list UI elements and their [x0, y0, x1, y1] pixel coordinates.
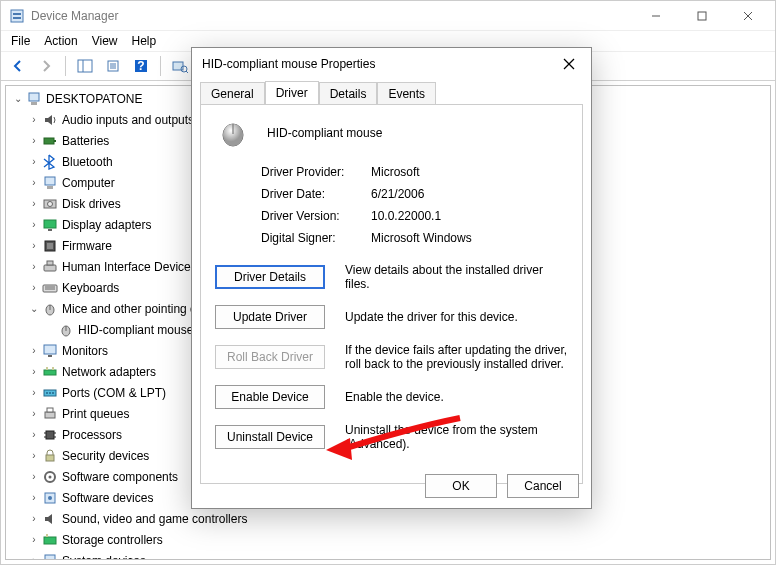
separator-icon: [65, 56, 66, 76]
svg-text:?: ?: [137, 59, 144, 73]
tree-label: Software components: [62, 470, 178, 484]
tab-details[interactable]: Details: [319, 82, 378, 105]
svg-rect-2: [13, 17, 21, 19]
tree-label: Processors: [62, 428, 122, 442]
svg-rect-58: [46, 455, 54, 461]
tab-panel-driver: HID-compliant mouse Driver Provider: Mic…: [200, 104, 583, 484]
tree-label: System devices: [62, 554, 146, 561]
svg-rect-33: [44, 265, 56, 271]
roll-back-driver-desc: If the device fails after updating the d…: [345, 343, 568, 371]
enable-device-button[interactable]: Enable Device: [215, 385, 325, 409]
show-hide-console-tree-button[interactable]: [74, 55, 96, 77]
svg-rect-45: [46, 367, 48, 370]
svg-rect-7: [78, 60, 92, 72]
driver-details-button[interactable]: Driver Details: [215, 265, 325, 289]
menu-action[interactable]: Action: [44, 34, 77, 48]
tree-label: Software devices: [62, 491, 153, 505]
enable-device-desc: Enable the device.: [345, 390, 568, 404]
svg-rect-46: [52, 367, 54, 370]
tab-driver[interactable]: Driver: [265, 81, 319, 105]
tree-label: Network adapters: [62, 365, 156, 379]
tree-item-storage[interactable]: ›Storage controllers: [6, 529, 770, 550]
svg-point-50: [52, 392, 54, 394]
svg-rect-30: [48, 229, 52, 231]
svg-rect-34: [47, 261, 53, 265]
value-signer: Microsoft Windows: [371, 231, 568, 245]
tree-label: Print queues: [62, 407, 129, 421]
svg-rect-22: [31, 102, 37, 105]
update-driver-desc: Update the driver for this device.: [345, 310, 568, 324]
svg-rect-44: [44, 370, 56, 375]
svg-rect-64: [46, 534, 48, 537]
tree-item-system[interactable]: ›System devices: [6, 550, 770, 560]
svg-rect-43: [48, 355, 52, 357]
tree-label: Human Interface Devices: [62, 260, 197, 274]
help-button[interactable]: ?: [130, 55, 152, 77]
roll-back-driver-button: Roll Back Driver: [215, 345, 325, 369]
back-button[interactable]: [7, 55, 29, 77]
tree-label: Monitors: [62, 344, 108, 358]
maximize-button[interactable]: [679, 1, 725, 31]
separator-icon: [160, 56, 161, 76]
value-provider: Microsoft: [371, 165, 568, 179]
tree-label: Ports (COM & LPT): [62, 386, 166, 400]
app-icon: [9, 8, 25, 24]
menu-file[interactable]: File: [11, 34, 30, 48]
svg-rect-23: [44, 138, 54, 144]
menu-help[interactable]: Help: [132, 34, 157, 48]
svg-point-60: [49, 475, 52, 478]
tree-label: Batteries: [62, 134, 109, 148]
dialog-title: HID-compliant mouse Properties: [202, 57, 557, 71]
tree-label: Keyboards: [62, 281, 119, 295]
tab-general[interactable]: General: [200, 82, 265, 105]
svg-rect-26: [47, 186, 53, 189]
svg-rect-4: [698, 12, 706, 20]
tree-label: DESKTOPATONE: [46, 92, 142, 106]
svg-rect-0: [11, 10, 23, 22]
device-name-label: HID-compliant mouse: [267, 126, 382, 140]
svg-rect-24: [54, 140, 56, 142]
tree-item-sound[interactable]: ›Sound, video and game controllers: [6, 508, 770, 529]
uninstall-device-button[interactable]: Uninstall Device: [215, 425, 325, 449]
ok-button[interactable]: OK: [425, 474, 497, 498]
value-version: 10.0.22000.1: [371, 209, 568, 223]
svg-point-62: [48, 496, 52, 500]
tree-label: Storage controllers: [62, 533, 163, 547]
label-date: Driver Date:: [261, 187, 371, 201]
properties-button[interactable]: [102, 55, 124, 77]
svg-point-49: [49, 392, 51, 394]
label-version: Driver Version:: [261, 209, 371, 223]
dialog-close-button[interactable]: [557, 52, 581, 76]
tree-label: Bluetooth: [62, 155, 113, 169]
dialog-titlebar: HID-compliant mouse Properties: [192, 48, 591, 80]
svg-rect-53: [46, 431, 54, 439]
svg-rect-42: [44, 345, 56, 354]
tab-events[interactable]: Events: [377, 82, 436, 105]
svg-rect-51: [45, 412, 55, 418]
svg-rect-1: [13, 13, 21, 15]
svg-rect-65: [45, 555, 55, 561]
tree-label: Display adapters: [62, 218, 151, 232]
tree-label: Audio inputs and outputs: [62, 113, 194, 127]
driver-details-desc: View details about the installed driver …: [345, 263, 568, 291]
svg-point-28: [48, 201, 53, 206]
close-button[interactable]: [725, 1, 771, 31]
tree-label: Disk drives: [62, 197, 121, 211]
svg-rect-29: [44, 220, 56, 228]
cancel-button[interactable]: Cancel: [507, 474, 579, 498]
label-signer: Digital Signer:: [261, 231, 371, 245]
minimize-button[interactable]: [633, 1, 679, 31]
svg-rect-32: [47, 243, 53, 249]
titlebar: Device Manager: [1, 1, 775, 31]
forward-button[interactable]: [35, 55, 57, 77]
svg-rect-52: [47, 408, 53, 412]
value-date: 6/21/2006: [371, 187, 568, 201]
svg-rect-63: [44, 537, 56, 544]
scan-hardware-button[interactable]: [169, 55, 191, 77]
dialog-tabs: General Driver Details Events: [192, 80, 591, 104]
svg-rect-25: [45, 177, 55, 185]
tree-label: Computer: [62, 176, 115, 190]
update-driver-button[interactable]: Update Driver: [215, 305, 325, 329]
svg-line-17: [186, 71, 188, 73]
menu-view[interactable]: View: [92, 34, 118, 48]
